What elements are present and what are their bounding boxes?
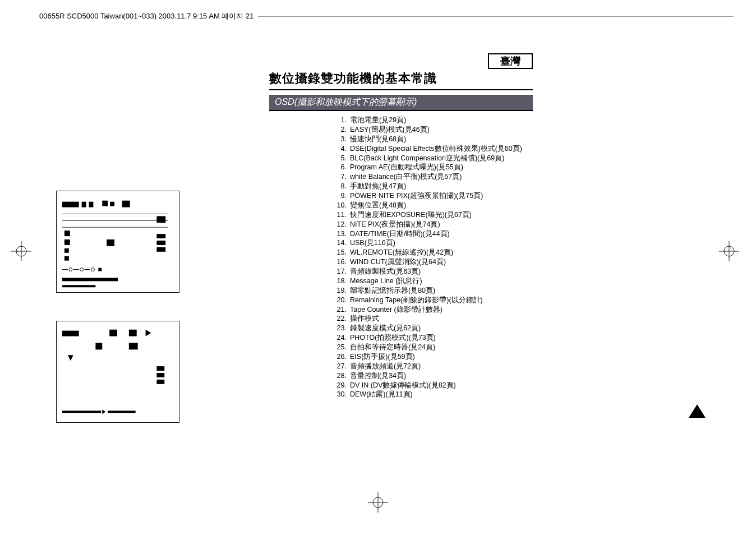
list-number: 20. <box>331 296 350 305</box>
list-text: DV IN (DV數據傳輸模式)(見82頁) <box>350 381 533 390</box>
svg-rect-44 <box>156 373 164 377</box>
osd-list-item: 15.WL.REMOTE(無線遙控)(見42頁) <box>331 248 533 257</box>
osd-list-item: 2.EASY(簡易)模式(見46頁) <box>331 125 533 135</box>
list-text: EIS(防手振)(見59頁) <box>350 352 533 362</box>
list-number: 27. <box>331 362 350 371</box>
list-text: POWER NITE PIX(超強夜景拍攝)(見75頁) <box>350 191 533 201</box>
header-text: 00655R SCD5000 Taiwan(001~033) 2003.11.7… <box>39 11 253 21</box>
svg-rect-21 <box>64 256 69 261</box>
list-text: 快門速度和EXPOSURE(曝光)(見67頁) <box>350 210 533 220</box>
svg-rect-48 <box>108 411 136 413</box>
list-number: 11. <box>331 210 350 220</box>
region-tag: 臺灣 <box>488 53 533 69</box>
osd-list-item: 30.DEW(結露)(見11頁) <box>331 390 533 399</box>
list-number: 14. <box>331 238 350 248</box>
svg-point-30 <box>80 268 84 271</box>
osd-list-item: 29.DV IN (DV數據傳輸模式)(見82頁) <box>331 381 533 390</box>
list-number: 28. <box>331 371 350 381</box>
svg-rect-45 <box>156 380 164 384</box>
list-number: 9. <box>331 191 350 201</box>
osd-diagram-bottom <box>56 321 179 423</box>
svg-rect-36 <box>62 331 79 336</box>
list-number: 10. <box>331 201 350 210</box>
list-text: Message Line (訊息行) <box>350 276 533 286</box>
osd-list-item: 18.Message Line (訊息行) <box>331 276 533 286</box>
osd-list: 1.電池電量(見29頁)2.EASY(簡易)模式(見46頁)3.慢速快門(見68… <box>331 116 533 399</box>
list-number: 19. <box>331 286 350 296</box>
svg-rect-19 <box>64 239 70 245</box>
osd-list-item: 5.BLC(Back Light Compensation逆光補償)(見69頁) <box>331 154 533 163</box>
svg-point-28 <box>69 268 72 271</box>
osd-list-item: 21.Tape Counter (錄影帶計數器) <box>331 305 533 315</box>
list-number: 13. <box>331 229 350 239</box>
svg-rect-37 <box>109 330 117 336</box>
osd-list-item: 19.歸零點記憶指示器(見80頁) <box>331 286 533 296</box>
svg-rect-14 <box>122 201 130 207</box>
osd-diagrams <box>56 191 179 451</box>
list-text: BLC(Back Light Compensation逆光補償)(見69頁) <box>350 154 533 163</box>
svg-point-32 <box>91 268 94 271</box>
print-header: 00655R SCD5000 Taiwan(001~033) 2003.11.7… <box>39 11 734 21</box>
osd-list-item: 20.Remaining Tape(剩餘的錄影帶)(以分鐘計) <box>331 296 533 305</box>
list-text: 電池電量(見29頁) <box>350 116 533 125</box>
osd-list-item: 12.NITE PIX(夜景拍攝)(見74頁) <box>331 220 533 229</box>
list-number: 5. <box>331 154 350 163</box>
list-number: 15. <box>331 248 350 257</box>
svg-rect-25 <box>156 241 165 245</box>
list-text: DSE(Digital Special Effects數位特殊效果)模式(見60… <box>350 144 533 154</box>
subtitle-band: OSD(攝影和放映模式下的螢幕顯示) <box>269 95 533 111</box>
osd-list-item: 27.音頻播放頻道(見72頁) <box>331 362 533 371</box>
list-number: 6. <box>331 163 350 172</box>
osd-list-item: 13.DATE/TIME(日期/時間)(見44頁) <box>331 229 533 239</box>
list-text: 慢速快門(見68頁) <box>350 135 533 144</box>
svg-rect-12 <box>102 201 108 206</box>
list-number: 24. <box>331 333 350 343</box>
list-number: 8. <box>331 182 350 191</box>
list-text: 錄製速度模式(見62頁) <box>350 324 533 333</box>
svg-marker-39 <box>146 330 151 336</box>
list-text: USB(見116頁) <box>350 238 533 248</box>
list-number: 7. <box>331 172 350 182</box>
list-number: 26. <box>331 352 350 362</box>
content-column: 臺灣 數位攝錄雙功能機的基本常識 OSD(攝影和放映模式下的螢幕顯示) 1.電池… <box>269 53 533 399</box>
list-number: 1. <box>331 116 350 125</box>
svg-rect-18 <box>64 230 70 236</box>
osd-list-item: 7.white Balance(白平衡)模式(見57頁) <box>331 172 533 182</box>
svg-marker-49 <box>689 404 706 418</box>
list-text: 音量控制(見34頁) <box>350 371 533 381</box>
list-number: 16. <box>331 257 350 267</box>
svg-rect-34 <box>62 278 118 281</box>
list-number: 2. <box>331 125 350 135</box>
osd-list-item: 17.音頻錄製模式(見63頁) <box>331 267 533 276</box>
list-number: 4. <box>331 144 350 154</box>
svg-rect-41 <box>129 343 138 349</box>
page-title: 數位攝錄雙功能機的基本常識 <box>269 70 533 90</box>
list-text: NITE PIX(夜景拍攝)(見74頁) <box>350 220 533 229</box>
list-text: PHOTO(拍照模式)(見73頁) <box>350 333 533 343</box>
list-number: 22. <box>331 314 350 324</box>
osd-list-item: 23.錄製速度模式(見62頁) <box>331 324 533 333</box>
osd-diagram-top <box>56 191 179 293</box>
osd-list-item: 9.POWER NITE PIX(超強夜景拍攝)(見75頁) <box>331 191 533 201</box>
svg-rect-10 <box>82 202 86 207</box>
list-text: 變焦位置(見48頁) <box>350 201 533 210</box>
list-text: WIND CUT(風聲消除)(見64頁) <box>350 257 533 267</box>
osd-list-item: 24.PHOTO(拍照模式)(見73頁) <box>331 333 533 343</box>
list-number: 21. <box>331 305 350 315</box>
list-number: 30. <box>331 390 350 399</box>
svg-rect-20 <box>64 248 69 253</box>
header-rule <box>258 16 734 17</box>
svg-rect-23 <box>156 216 165 223</box>
list-text: 音頻錄製模式(見63頁) <box>350 267 533 276</box>
list-number: 18. <box>331 276 350 286</box>
list-number: 25. <box>331 343 350 352</box>
osd-list-item: 11.快門速度和EXPOSURE(曝光)(見67頁) <box>331 210 533 220</box>
svg-rect-24 <box>156 234 165 238</box>
registration-mark-bottom <box>368 492 388 513</box>
list-text: 手動對焦(見47頁) <box>350 182 533 191</box>
svg-rect-43 <box>156 366 164 371</box>
osd-list-item: 10.變焦位置(見48頁) <box>331 201 533 210</box>
list-number: 12. <box>331 220 350 229</box>
list-number: 23. <box>331 324 350 333</box>
osd-list-item: 3.慢速快門(見68頁) <box>331 135 533 144</box>
